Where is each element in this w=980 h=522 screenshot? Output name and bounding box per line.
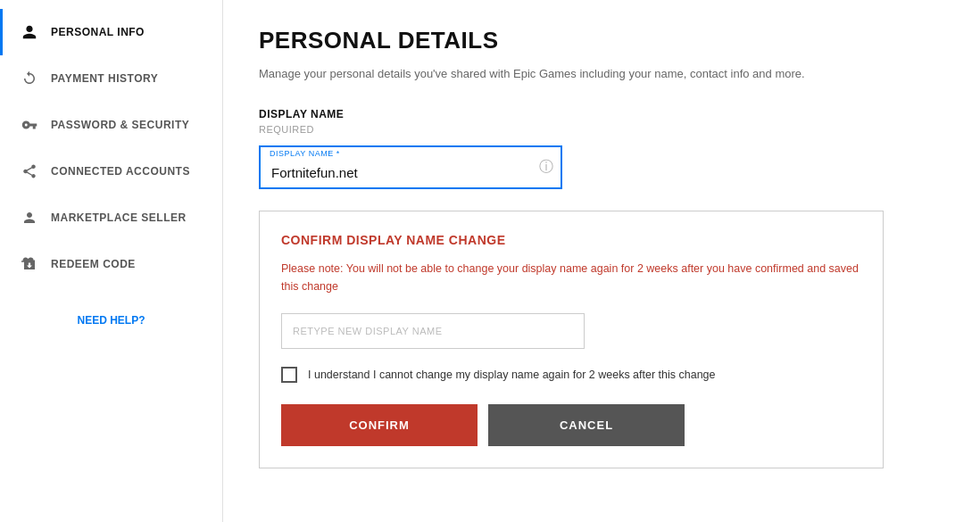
dialog-button-row: CONFIRM CANCEL (281, 404, 861, 446)
display-name-field-wrapper: DISPLAY NAME * ⓘ (259, 145, 562, 189)
sidebar-label-connected-accounts: CONNECTED ACCOUNTS (51, 165, 190, 178)
cancel-button[interactable]: CANCEL (488, 404, 685, 446)
marketplace-icon (21, 209, 38, 227)
sidebar: PERSONAL INFO PAYMENT HISTORY PASSWORD &… (0, 0, 223, 522)
understand-checkbox[interactable] (281, 367, 297, 383)
confirm-warning-text: Please note: You will not be able to cha… (281, 260, 861, 295)
sidebar-item-redeem-code[interactable]: REDEEM CODE (0, 241, 222, 287)
main-content: PERSONAL DETAILS Manage your personal de… (223, 0, 980, 522)
share-icon (21, 162, 38, 180)
understand-checkbox-row: I understand I cannot change my display … (281, 367, 861, 383)
display-name-input[interactable] (259, 145, 562, 189)
sidebar-label-payment-history: PAYMENT HISTORY (51, 72, 158, 85)
sidebar-item-marketplace-seller[interactable]: MARKETPLACE SELLER (0, 195, 222, 241)
understand-checkbox-label: I understand I cannot change my display … (308, 369, 716, 381)
person-icon (21, 23, 38, 41)
display-name-label: DISPLAY NAME (259, 108, 944, 120)
sidebar-item-connected-accounts[interactable]: CONNECTED ACCOUNTS (0, 148, 222, 195)
sidebar-item-password-security[interactable]: PASSWORD & SECURITY (0, 102, 222, 148)
retype-display-name-input[interactable] (281, 313, 585, 349)
gift-icon (21, 255, 38, 273)
sidebar-label-marketplace-seller: MARKETPLACE SELLER (51, 211, 187, 224)
sidebar-label-password-security: PASSWORD & SECURITY (51, 119, 189, 131)
sidebar-item-payment-history[interactable]: PAYMENT HISTORY (0, 55, 222, 102)
sidebar-item-personal-info[interactable]: PERSONAL INFO (0, 9, 222, 55)
confirm-button[interactable]: CONFIRM (281, 404, 478, 446)
need-help-link[interactable]: NEED HELP? (0, 305, 222, 336)
key-icon (21, 116, 38, 134)
page-description: Manage your personal details you've shar… (259, 65, 944, 83)
sidebar-label-redeem-code: REDEEM CODE (51, 258, 136, 270)
refresh-icon (21, 70, 38, 87)
sidebar-label-personal-info: PERSONAL INFO (51, 26, 145, 38)
confirm-dialog-title: CONFIRM DISPLAY NAME CHANGE (281, 233, 861, 247)
confirm-dialog: CONFIRM DISPLAY NAME CHANGE Please note:… (259, 211, 884, 468)
display-name-sublabel: REQUIRED (259, 124, 944, 135)
info-icon[interactable]: ⓘ (539, 158, 553, 177)
page-title: PERSONAL DETAILS (259, 27, 944, 54)
